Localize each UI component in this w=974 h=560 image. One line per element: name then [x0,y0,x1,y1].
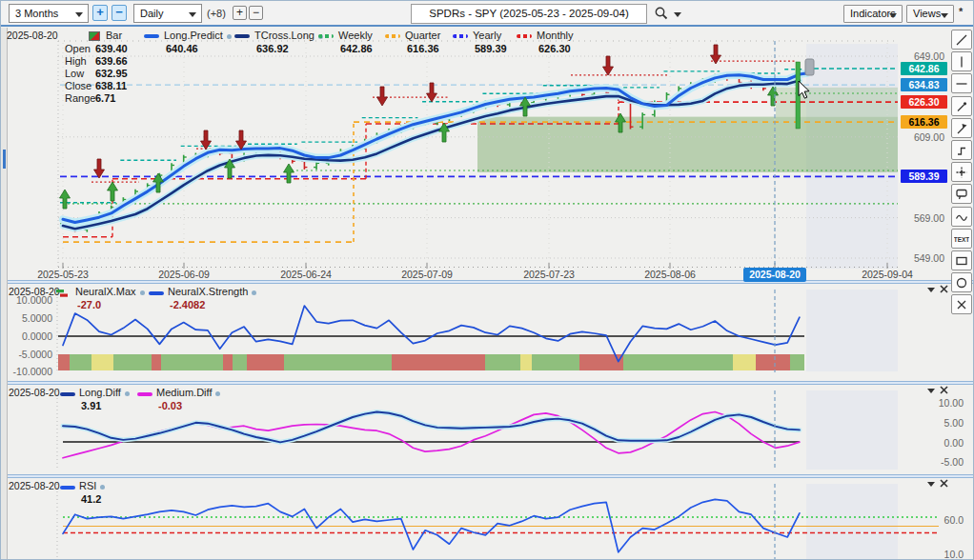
info-dot-icon[interactable] [252,290,256,295]
tool-horizontal-line-button[interactable] [951,73,972,93]
legend-value-quarter: 616.36 [407,43,439,54]
legend-value-medium.diff: -0.03 [158,400,182,411]
legend-label-monthly: Monthly [537,30,574,41]
ytick-5.00: 5.00 [906,417,964,429]
info-dot-icon[interactable] [100,485,105,490]
price-label-569.00: 569.00 [892,212,944,224]
date-label: 2025-08-06 [632,269,708,280]
info-dot-icon[interactable] [140,290,145,295]
legend-label-yearly: Yearly [473,30,501,41]
close-icon [954,297,969,312]
tool-rectangle-button[interactable] [951,250,972,270]
future-zone [806,390,898,470]
date-label-highlight[interactable]: 2025-08-20 [743,268,806,282]
diagonal-line-icon [954,32,969,48]
panel-collapse-icon[interactable] [927,480,936,490]
tool-vertical-line-button[interactable] [951,51,972,71]
info-dot-icon[interactable] [227,34,232,39]
period-zoom-in-button[interactable]: + [92,5,108,21]
ohlc-label-high: High [65,55,87,67]
date-label: 2025-06-24 [268,269,344,280]
panel-cursor-date: 2025-08-20 [9,480,60,491]
symbol-title[interactable]: SPDRs - SPY (2025-05-23 - 2025-09-04) [411,4,647,24]
ohlc-value-close: 638.11 [95,80,127,91]
ohlc-label-open: Open [65,43,91,54]
neuralx-max-strip-segment [58,354,70,370]
rsi-panel-chart[interactable] [1,478,974,560]
step-line-icon [954,143,969,158]
search-dropdown-caret-icon[interactable] [674,12,681,17]
ohlc-label-close: Close [65,80,91,91]
tool-pin-button[interactable] [951,96,972,116]
chevron-down-icon [889,13,897,18]
vertical-line-icon [954,54,969,70]
tool-flag-button[interactable] [951,118,972,138]
chevron-down-icon [189,12,196,17]
diff-panel-chart[interactable] [1,385,974,474]
legend-label-long.predict: Long.Predict [164,30,232,41]
legend-swatch-monthly [517,34,532,38]
views-button[interactable]: Views [906,5,954,23]
main-price-chart[interactable] [1,28,974,280]
charting-app-window: 3 Months + − Daily (+8) + − SPDRs - SPY … [0,0,974,560]
sell-arrow-icon [427,83,437,102]
cursor-date-label: 2025-08-20 [7,30,58,41]
date-label: 2025-05-23 [25,269,101,280]
price-chip-626.30: 626.30 [901,95,947,109]
tool-wave-button[interactable] [951,207,972,227]
panel-collapse-icon[interactable] [927,387,936,396]
legend-value-long.diff: 3.91 [81,400,101,411]
add-bars-button[interactable]: + [233,6,247,20]
ohlc-value-open: 639.40 [95,43,128,54]
tool-callout-button[interactable] [951,184,972,204]
indicators-button[interactable]: Indicators [843,5,903,23]
neuralx-max-strip-segment [247,354,284,370]
rectangle-icon [954,253,969,269]
future-zone [806,484,898,559]
tool-close-button[interactable] [951,294,972,314]
modified-indicator: * [959,6,963,17]
neuralx-max-strip-segment [733,354,756,370]
ytick-10.00: 10.00 [906,397,964,409]
legend-value-long.predict: 640.46 [166,43,198,54]
tool-crosshair-button[interactable] [951,162,972,182]
legend-value-weekly: 642.86 [340,43,373,54]
info-dot-icon[interactable] [215,391,220,396]
neuralx-max-strip-segment [284,354,392,370]
legend-value-yearly: 589.39 [475,43,507,54]
panel-close-icon[interactable] [940,285,948,295]
toolbar: 3 Months + − Daily (+8) + − SPDRs - SPY … [1,1,974,27]
ytick--5.00: -5.00 [906,456,964,468]
panel-splitter[interactable] [1,381,974,385]
panel-collapse-icon[interactable] [927,286,936,295]
tool-text-button[interactable]: TEXT [951,229,972,249]
legend-swatch-long.diff [60,392,75,396]
remove-bars-button[interactable]: − [249,6,263,20]
neuralx-max-strip-segment [756,354,790,370]
legend-value-monthly: 626.30 [538,43,571,54]
interval-select[interactable]: Daily [133,4,202,23]
period-zoom-out-button[interactable]: − [112,5,127,21]
tool-ellipse-button[interactable] [951,272,972,292]
tool-step-line-button[interactable] [951,140,972,160]
legend-swatch-weekly [318,34,334,38]
pin-icon [954,99,969,114]
price-chip-616.36: 616.36 [901,115,947,129]
forecast-drag-handle[interactable] [805,59,814,75]
sell-arrow-icon [603,56,614,75]
panel-splitter[interactable] [1,474,974,478]
bars-count-label: (+8) [207,8,226,19]
panel-close-icon[interactable] [940,386,948,396]
panel-splitter[interactable] [1,280,974,284]
search-icon[interactable] [654,6,669,25]
future-zone [806,290,898,371]
price-label-549.00: 549.00 [892,252,944,264]
info-dot-icon[interactable] [125,391,130,396]
neuralx-panel-chart[interactable] [1,284,974,381]
period-select[interactable]: 3 Months [9,4,89,23]
sell-arrow-icon [377,87,388,106]
tool-diagonal-line-button[interactable] [951,30,972,50]
neuralx-max-strip-segment [161,354,223,370]
price-label-609.00: 609.00 [892,131,944,143]
panel-close-icon[interactable] [940,479,948,490]
